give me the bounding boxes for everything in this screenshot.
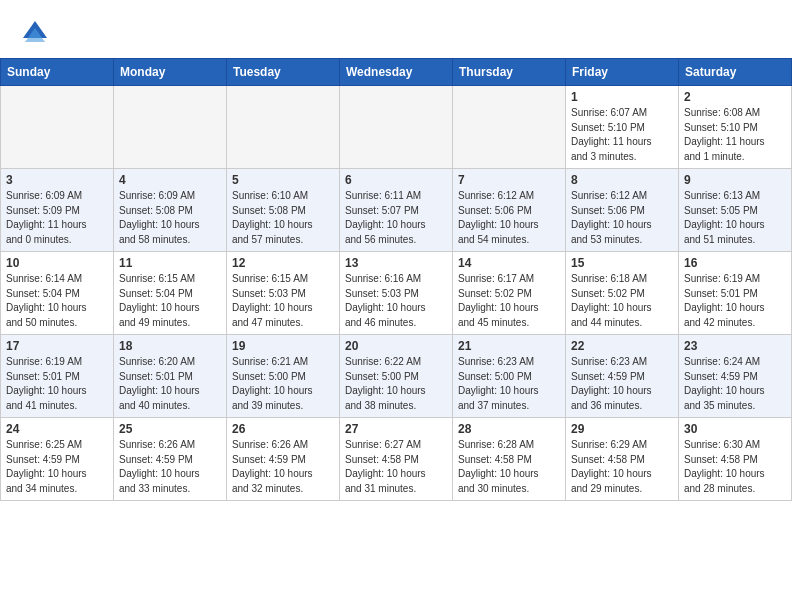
day-info: Sunrise: 6:30 AM Sunset: 4:58 PM Dayligh… xyxy=(684,438,786,496)
day-info: Sunrise: 6:21 AM Sunset: 5:00 PM Dayligh… xyxy=(232,355,334,413)
calendar-day-cell: 16Sunrise: 6:19 AM Sunset: 5:01 PM Dayli… xyxy=(679,252,792,335)
day-number: 29 xyxy=(571,422,673,436)
day-info: Sunrise: 6:28 AM Sunset: 4:58 PM Dayligh… xyxy=(458,438,560,496)
day-info: Sunrise: 6:13 AM Sunset: 5:05 PM Dayligh… xyxy=(684,189,786,247)
calendar-day-cell: 10Sunrise: 6:14 AM Sunset: 5:04 PM Dayli… xyxy=(1,252,114,335)
day-number: 9 xyxy=(684,173,786,187)
day-info: Sunrise: 6:26 AM Sunset: 4:59 PM Dayligh… xyxy=(119,438,221,496)
weekday-header: Tuesday xyxy=(227,59,340,86)
calendar-day-cell: 18Sunrise: 6:20 AM Sunset: 5:01 PM Dayli… xyxy=(114,335,227,418)
day-info: Sunrise: 6:19 AM Sunset: 5:01 PM Dayligh… xyxy=(684,272,786,330)
calendar-day-cell: 17Sunrise: 6:19 AM Sunset: 5:01 PM Dayli… xyxy=(1,335,114,418)
day-number: 20 xyxy=(345,339,447,353)
calendar-day-cell: 13Sunrise: 6:16 AM Sunset: 5:03 PM Dayli… xyxy=(340,252,453,335)
day-number: 24 xyxy=(6,422,108,436)
calendar: SundayMondayTuesdayWednesdayThursdayFrid… xyxy=(0,58,792,501)
calendar-day-cell: 22Sunrise: 6:23 AM Sunset: 4:59 PM Dayli… xyxy=(566,335,679,418)
calendar-day-cell: 25Sunrise: 6:26 AM Sunset: 4:59 PM Dayli… xyxy=(114,418,227,501)
calendar-day-cell: 1Sunrise: 6:07 AM Sunset: 5:10 PM Daylig… xyxy=(566,86,679,169)
day-info: Sunrise: 6:26 AM Sunset: 4:59 PM Dayligh… xyxy=(232,438,334,496)
day-info: Sunrise: 6:08 AM Sunset: 5:10 PM Dayligh… xyxy=(684,106,786,164)
day-info: Sunrise: 6:12 AM Sunset: 5:06 PM Dayligh… xyxy=(458,189,560,247)
day-number: 13 xyxy=(345,256,447,270)
calendar-day-cell: 6Sunrise: 6:11 AM Sunset: 5:07 PM Daylig… xyxy=(340,169,453,252)
calendar-day-cell: 24Sunrise: 6:25 AM Sunset: 4:59 PM Dayli… xyxy=(1,418,114,501)
logo-icon xyxy=(20,18,50,48)
calendar-week-row: 24Sunrise: 6:25 AM Sunset: 4:59 PM Dayli… xyxy=(1,418,792,501)
day-info: Sunrise: 6:23 AM Sunset: 5:00 PM Dayligh… xyxy=(458,355,560,413)
day-info: Sunrise: 6:25 AM Sunset: 4:59 PM Dayligh… xyxy=(6,438,108,496)
day-info: Sunrise: 6:18 AM Sunset: 5:02 PM Dayligh… xyxy=(571,272,673,330)
day-number: 8 xyxy=(571,173,673,187)
calendar-day-cell xyxy=(114,86,227,169)
day-info: Sunrise: 6:15 AM Sunset: 5:04 PM Dayligh… xyxy=(119,272,221,330)
calendar-day-cell: 28Sunrise: 6:28 AM Sunset: 4:58 PM Dayli… xyxy=(453,418,566,501)
calendar-day-cell xyxy=(227,86,340,169)
day-number: 6 xyxy=(345,173,447,187)
calendar-day-cell: 5Sunrise: 6:10 AM Sunset: 5:08 PM Daylig… xyxy=(227,169,340,252)
calendar-day-cell xyxy=(340,86,453,169)
calendar-day-cell: 27Sunrise: 6:27 AM Sunset: 4:58 PM Dayli… xyxy=(340,418,453,501)
calendar-day-cell: 7Sunrise: 6:12 AM Sunset: 5:06 PM Daylig… xyxy=(453,169,566,252)
day-info: Sunrise: 6:19 AM Sunset: 5:01 PM Dayligh… xyxy=(6,355,108,413)
weekday-header: Wednesday xyxy=(340,59,453,86)
day-number: 22 xyxy=(571,339,673,353)
day-number: 19 xyxy=(232,339,334,353)
calendar-day-cell: 11Sunrise: 6:15 AM Sunset: 5:04 PM Dayli… xyxy=(114,252,227,335)
day-info: Sunrise: 6:09 AM Sunset: 5:08 PM Dayligh… xyxy=(119,189,221,247)
calendar-day-cell: 23Sunrise: 6:24 AM Sunset: 4:59 PM Dayli… xyxy=(679,335,792,418)
day-number: 1 xyxy=(571,90,673,104)
day-number: 4 xyxy=(119,173,221,187)
calendar-week-row: 3Sunrise: 6:09 AM Sunset: 5:09 PM Daylig… xyxy=(1,169,792,252)
day-number: 21 xyxy=(458,339,560,353)
calendar-day-cell: 29Sunrise: 6:29 AM Sunset: 4:58 PM Dayli… xyxy=(566,418,679,501)
logo xyxy=(20,18,54,48)
day-info: Sunrise: 6:16 AM Sunset: 5:03 PM Dayligh… xyxy=(345,272,447,330)
calendar-day-cell xyxy=(453,86,566,169)
weekday-header: Friday xyxy=(566,59,679,86)
weekday-header: Monday xyxy=(114,59,227,86)
day-number: 11 xyxy=(119,256,221,270)
day-info: Sunrise: 6:09 AM Sunset: 5:09 PM Dayligh… xyxy=(6,189,108,247)
calendar-day-cell: 12Sunrise: 6:15 AM Sunset: 5:03 PM Dayli… xyxy=(227,252,340,335)
calendar-header-row: SundayMondayTuesdayWednesdayThursdayFrid… xyxy=(1,59,792,86)
weekday-header: Saturday xyxy=(679,59,792,86)
calendar-week-row: 10Sunrise: 6:14 AM Sunset: 5:04 PM Dayli… xyxy=(1,252,792,335)
day-number: 7 xyxy=(458,173,560,187)
calendar-week-row: 1Sunrise: 6:07 AM Sunset: 5:10 PM Daylig… xyxy=(1,86,792,169)
day-number: 2 xyxy=(684,90,786,104)
day-number: 12 xyxy=(232,256,334,270)
day-number: 17 xyxy=(6,339,108,353)
day-info: Sunrise: 6:11 AM Sunset: 5:07 PM Dayligh… xyxy=(345,189,447,247)
day-number: 3 xyxy=(6,173,108,187)
day-info: Sunrise: 6:15 AM Sunset: 5:03 PM Dayligh… xyxy=(232,272,334,330)
calendar-day-cell: 19Sunrise: 6:21 AM Sunset: 5:00 PM Dayli… xyxy=(227,335,340,418)
day-number: 27 xyxy=(345,422,447,436)
day-info: Sunrise: 6:24 AM Sunset: 4:59 PM Dayligh… xyxy=(684,355,786,413)
calendar-day-cell: 15Sunrise: 6:18 AM Sunset: 5:02 PM Dayli… xyxy=(566,252,679,335)
day-info: Sunrise: 6:14 AM Sunset: 5:04 PM Dayligh… xyxy=(6,272,108,330)
calendar-day-cell: 20Sunrise: 6:22 AM Sunset: 5:00 PM Dayli… xyxy=(340,335,453,418)
calendar-day-cell: 3Sunrise: 6:09 AM Sunset: 5:09 PM Daylig… xyxy=(1,169,114,252)
day-number: 16 xyxy=(684,256,786,270)
day-info: Sunrise: 6:23 AM Sunset: 4:59 PM Dayligh… xyxy=(571,355,673,413)
day-info: Sunrise: 6:27 AM Sunset: 4:58 PM Dayligh… xyxy=(345,438,447,496)
day-info: Sunrise: 6:10 AM Sunset: 5:08 PM Dayligh… xyxy=(232,189,334,247)
day-info: Sunrise: 6:12 AM Sunset: 5:06 PM Dayligh… xyxy=(571,189,673,247)
calendar-day-cell: 26Sunrise: 6:26 AM Sunset: 4:59 PM Dayli… xyxy=(227,418,340,501)
calendar-day-cell: 9Sunrise: 6:13 AM Sunset: 5:05 PM Daylig… xyxy=(679,169,792,252)
calendar-week-row: 17Sunrise: 6:19 AM Sunset: 5:01 PM Dayli… xyxy=(1,335,792,418)
weekday-header: Sunday xyxy=(1,59,114,86)
day-number: 5 xyxy=(232,173,334,187)
page-header xyxy=(0,0,792,58)
day-info: Sunrise: 6:29 AM Sunset: 4:58 PM Dayligh… xyxy=(571,438,673,496)
calendar-day-cell: 4Sunrise: 6:09 AM Sunset: 5:08 PM Daylig… xyxy=(114,169,227,252)
day-number: 25 xyxy=(119,422,221,436)
calendar-day-cell: 30Sunrise: 6:30 AM Sunset: 4:58 PM Dayli… xyxy=(679,418,792,501)
day-number: 28 xyxy=(458,422,560,436)
day-number: 10 xyxy=(6,256,108,270)
calendar-day-cell xyxy=(1,86,114,169)
day-number: 18 xyxy=(119,339,221,353)
day-number: 23 xyxy=(684,339,786,353)
calendar-day-cell: 8Sunrise: 6:12 AM Sunset: 5:06 PM Daylig… xyxy=(566,169,679,252)
